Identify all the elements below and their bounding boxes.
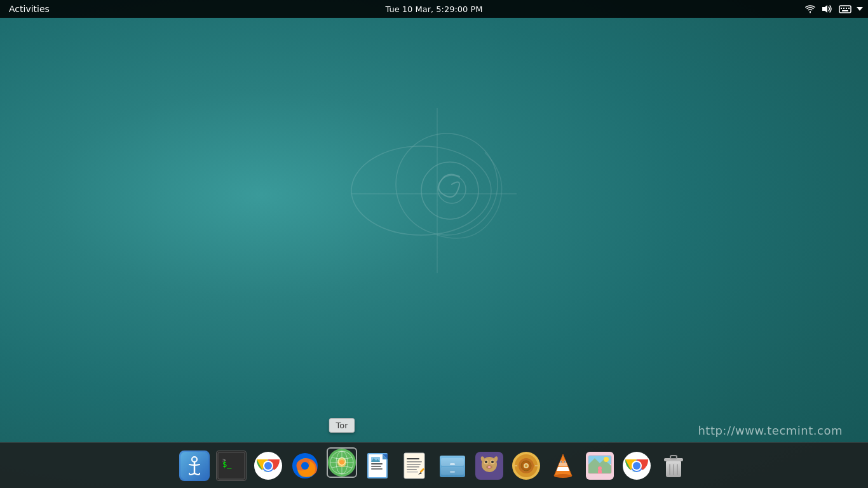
svg-rect-99 bbox=[670, 456, 677, 459]
dock-item-rhythmbox[interactable] bbox=[508, 448, 544, 484]
svg-rect-41 bbox=[371, 468, 383, 470]
chrome2-icon bbox=[621, 451, 652, 481]
svg-rect-10 bbox=[846, 8, 847, 9]
firefox-icon bbox=[290, 451, 320, 481]
dock-item-image-viewer[interactable] bbox=[582, 448, 618, 484]
svg-marker-79 bbox=[559, 463, 568, 466]
svg-marker-78 bbox=[557, 467, 569, 471]
svg-point-27 bbox=[301, 462, 309, 470]
dock-item-libreoffice[interactable] bbox=[361, 448, 397, 484]
svg-point-24 bbox=[264, 462, 272, 470]
desktop: Activities Tue 10 Mar, 5:29:00 PM bbox=[0, 0, 868, 488]
text-editor-icon bbox=[400, 451, 431, 481]
svg-point-91 bbox=[598, 466, 602, 470]
tor-tooltip: Tor bbox=[329, 418, 355, 433]
svg-text:>: > bbox=[222, 457, 226, 463]
svg-rect-50 bbox=[407, 471, 418, 473]
svg-point-63 bbox=[491, 461, 494, 463]
speaker-icon[interactable] bbox=[821, 4, 834, 14]
svg-rect-57 bbox=[450, 471, 455, 473]
svg-point-4 bbox=[421, 162, 478, 219]
anchor-icon bbox=[179, 451, 210, 481]
svg-rect-12 bbox=[842, 10, 848, 11]
dock-item-firefox[interactable] bbox=[287, 448, 323, 484]
dock-item-anchor[interactable] bbox=[177, 448, 212, 484]
panel-right bbox=[804, 4, 863, 14]
svg-point-96 bbox=[633, 462, 641, 470]
file-manager-icon bbox=[437, 451, 468, 481]
tor-icon bbox=[327, 447, 357, 478]
svg-rect-47 bbox=[407, 464, 421, 465]
libreoffice-icon bbox=[363, 451, 394, 481]
svg-point-84 bbox=[564, 461, 566, 463]
keyboard-icon[interactable] bbox=[839, 4, 851, 14]
svg-rect-39 bbox=[371, 463, 383, 464]
chrome-icon bbox=[253, 451, 283, 481]
dock-item-text-editor[interactable] bbox=[398, 448, 433, 484]
taskbar-inner: $_ > bbox=[177, 448, 691, 484]
panel-datetime: Tue 10 Mar, 5:29:00 PM bbox=[385, 4, 482, 14]
svg-rect-45 bbox=[407, 458, 419, 459]
terminal-icon: $_ > bbox=[216, 451, 247, 481]
trash-icon bbox=[658, 451, 689, 481]
svg-point-62 bbox=[485, 461, 487, 463]
svg-marker-6 bbox=[822, 5, 827, 13]
svg-rect-48 bbox=[407, 466, 419, 468]
taskbar: $_ > bbox=[0, 442, 868, 488]
svg-rect-40 bbox=[371, 466, 381, 467]
svg-rect-7 bbox=[839, 6, 851, 13]
image-viewer-icon bbox=[585, 451, 615, 481]
svg-rect-46 bbox=[407, 461, 422, 463]
dock-item-vlc[interactable] bbox=[545, 448, 581, 484]
svg-point-65 bbox=[488, 466, 491, 468]
svg-point-83 bbox=[560, 461, 562, 463]
debian-swirl-logo bbox=[339, 95, 529, 286]
svg-rect-49 bbox=[407, 469, 417, 470]
wifi-icon[interactable] bbox=[804, 4, 816, 13]
svg-rect-8 bbox=[841, 8, 842, 9]
dock-item-gimp[interactable] bbox=[471, 448, 507, 484]
panel-left: Activities bbox=[5, 0, 53, 18]
svg-rect-11 bbox=[848, 8, 850, 9]
top-panel: Activities Tue 10 Mar, 5:29:00 PM bbox=[0, 0, 868, 18]
dock-item-trash[interactable] bbox=[656, 448, 691, 484]
watermark-text: http://www.tecmint.com bbox=[698, 424, 843, 437]
svg-rect-9 bbox=[843, 8, 844, 9]
svg-point-73 bbox=[525, 464, 527, 467]
svg-point-80 bbox=[554, 474, 572, 478]
dock-item-tor[interactable]: Tor bbox=[324, 445, 360, 480]
svg-point-90 bbox=[604, 457, 609, 462]
dock-item-chrome[interactable] bbox=[250, 448, 286, 484]
dock-item-file-manager[interactable] bbox=[435, 448, 470, 484]
svg-rect-56 bbox=[450, 463, 455, 465]
dock-item-terminal[interactable]: $_ > bbox=[214, 448, 249, 484]
svg-marker-13 bbox=[857, 7, 863, 11]
dock-item-chrome2[interactable] bbox=[619, 448, 654, 484]
activities-button[interactable]: Activities bbox=[5, 0, 53, 18]
panel-menu-arrow[interactable] bbox=[857, 7, 863, 11]
gimp-icon bbox=[474, 451, 505, 481]
rhythmbox-icon bbox=[511, 451, 541, 481]
vlc-icon bbox=[548, 451, 578, 481]
svg-rect-44 bbox=[404, 453, 424, 478]
svg-rect-92 bbox=[598, 470, 602, 473]
